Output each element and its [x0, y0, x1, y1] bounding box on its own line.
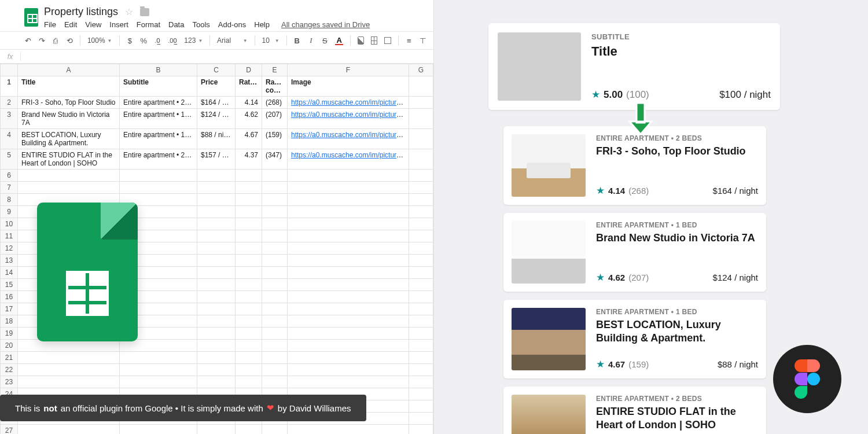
zoom-select[interactable]: 100%▼: [87, 36, 112, 45]
row-header[interactable]: 5: [1, 149, 18, 170]
cell-image[interactable]: https://a0.muscache.com/im/pictures/4399…: [288, 97, 409, 109]
row-header[interactable]: 10: [1, 218, 18, 230]
cell-image[interactable]: https://a0.muscache.com/im/pictures/5688…: [288, 149, 409, 170]
row-header[interactable]: 16: [1, 291, 18, 303]
cell-image[interactable]: https://a0.muscache.com/im/pictures/4274…: [288, 129, 409, 149]
formula-bar[interactable]: fx: [0, 50, 433, 64]
row-header[interactable]: 23: [1, 376, 18, 388]
cell-price[interactable]: $88 / night: [197, 129, 236, 149]
col-header[interactable]: E: [262, 64, 288, 76]
row-header[interactable]: 27: [1, 425, 18, 435]
percent-format-button[interactable]: %: [140, 36, 147, 45]
folder-icon[interactable]: [140, 8, 149, 16]
cell-image[interactable]: https://a0.muscache.com/im/pictures/6934…: [288, 109, 409, 129]
strikethrough-button[interactable]: S: [321, 36, 328, 45]
col-header[interactable]: B: [120, 64, 197, 76]
template-card[interactable]: SUBTITLE Title ★ 5.00 (100) $100 / night: [488, 23, 780, 110]
cell-count[interactable]: (159): [262, 129, 288, 149]
header-cell[interactable]: Subtitle: [120, 76, 197, 97]
col-header[interactable]: D: [236, 64, 262, 76]
row-header[interactable]: 2: [1, 97, 18, 109]
row-header[interactable]: 22: [1, 364, 18, 376]
cell-rating[interactable]: 4.67: [236, 129, 262, 149]
cell-subtitle[interactable]: Entire apartment • 2 Beds: [120, 97, 197, 109]
cell-count[interactable]: (268): [262, 97, 288, 109]
row-header[interactable]: 14: [1, 267, 18, 279]
cell-rating[interactable]: 4.62: [236, 109, 262, 129]
cell-title[interactable]: FRI-3 - Soho, Top Floor Studio: [18, 97, 120, 109]
row-header[interactable]: 9: [1, 206, 18, 218]
italic-button[interactable]: I: [307, 36, 314, 45]
menu-addons[interactable]: Add-ons: [218, 20, 246, 29]
document-title[interactable]: Property listings: [44, 6, 118, 18]
row-header[interactable]: 19: [1, 328, 18, 340]
cell-count[interactable]: (347): [262, 149, 288, 170]
listing-card[interactable]: ENTIRE APARTMENT • 1 BEDBrand New Studio…: [503, 213, 766, 292]
font-select[interactable]: Arial▼: [217, 36, 248, 45]
col-header[interactable]: C: [197, 64, 236, 76]
row-header[interactable]: 3: [1, 109, 18, 129]
col-header[interactable]: G: [409, 64, 433, 76]
cell-subtitle[interactable]: Entire apartment • 1 Bed: [120, 109, 197, 129]
header-cell[interactable]: Image: [288, 76, 409, 97]
row-header[interactable]: 20: [1, 340, 18, 352]
corner-cell[interactable]: [1, 64, 18, 76]
row-header[interactable]: 21: [1, 352, 18, 364]
header-cell[interactable]: Rating count: [262, 76, 288, 97]
cell-price[interactable]: $157 / night: [197, 149, 236, 170]
menu-view[interactable]: View: [85, 20, 101, 29]
menu-format[interactable]: Format: [137, 20, 160, 29]
cell-subtitle[interactable]: Entire apartment • 2 Beds: [120, 149, 197, 170]
menu-data[interactable]: Data: [168, 20, 184, 29]
cell-price[interactable]: $124 / night: [197, 109, 236, 129]
redo-icon[interactable]: ↷: [38, 36, 45, 45]
row-header[interactable]: 15: [1, 279, 18, 291]
decrease-decimal-button[interactable]: .0̲: [154, 36, 161, 45]
paint-format-icon[interactable]: ⟲: [66, 36, 73, 45]
cell-price[interactable]: $164 / night: [197, 97, 236, 109]
col-header[interactable]: F: [288, 64, 409, 76]
borders-icon[interactable]: [371, 36, 377, 45]
listing-card[interactable]: ENTIRE APARTMENT • 2 BEDSENTIRE STUDIO F…: [503, 387, 766, 434]
print-icon[interactable]: ⎙: [52, 36, 59, 45]
increase-decimal-button[interactable]: .00̲: [168, 36, 177, 45]
row-header[interactable]: 18: [1, 315, 18, 328]
menu-help[interactable]: Help: [254, 20, 270, 29]
cell-count[interactable]: (207): [262, 109, 288, 129]
vertical-align-icon[interactable]: ⊤: [420, 36, 426, 45]
undo-icon[interactable]: ↶: [24, 36, 31, 45]
header-cell[interactable]: Title: [18, 76, 120, 97]
currency-format-button[interactable]: $: [126, 36, 133, 45]
row-header[interactable]: 11: [1, 230, 18, 242]
header-cell[interactable]: Price: [197, 76, 236, 97]
row-header[interactable]: 8: [1, 194, 18, 206]
text-color-button[interactable]: A: [335, 36, 343, 45]
number-format-select[interactable]: 123▼: [184, 36, 203, 45]
cell-rating[interactable]: 4.37: [236, 149, 262, 170]
row-header[interactable]: 4: [1, 129, 18, 149]
menu-insert[interactable]: Insert: [109, 20, 128, 29]
font-size-select[interactable]: 10▼: [262, 36, 279, 45]
header-cell[interactable]: Rating: [236, 76, 262, 97]
menu-file[interactable]: File: [44, 20, 56, 29]
row-header[interactable]: 7: [1, 182, 18, 194]
col-header[interactable]: A: [18, 64, 120, 76]
bold-button[interactable]: B: [293, 36, 300, 45]
cell-title[interactable]: Brand New Studio in Victoria 7A: [18, 109, 120, 129]
star-icon[interactable]: ☆: [125, 6, 133, 17]
horizontal-align-icon[interactable]: ≡: [406, 36, 413, 45]
row-header[interactable]: 12: [1, 242, 18, 255]
menu-edit[interactable]: Edit: [64, 20, 77, 29]
row-header[interactable]: 6: [1, 170, 18, 182]
cell-title[interactable]: BEST LOCATION, Luxury Building & Apartme…: [18, 129, 120, 149]
row-header[interactable]: 17: [1, 303, 18, 315]
fill-color-icon[interactable]: [358, 36, 364, 45]
menu-tools[interactable]: Tools: [192, 20, 209, 29]
cell-subtitle[interactable]: Entire apartment • 1 Bed: [120, 129, 197, 149]
cell-rating[interactable]: 4.14: [236, 97, 262, 109]
listing-card[interactable]: ENTIRE APARTMENT • 1 BEDBEST LOCATION, L…: [503, 300, 766, 378]
row-header[interactable]: 1: [1, 76, 18, 97]
merge-cells-icon[interactable]: [384, 37, 392, 44]
cell-title[interactable]: ENTIRE STUDIO FLAT in the Heart of Londo…: [18, 149, 120, 170]
row-header[interactable]: 13: [1, 255, 18, 267]
